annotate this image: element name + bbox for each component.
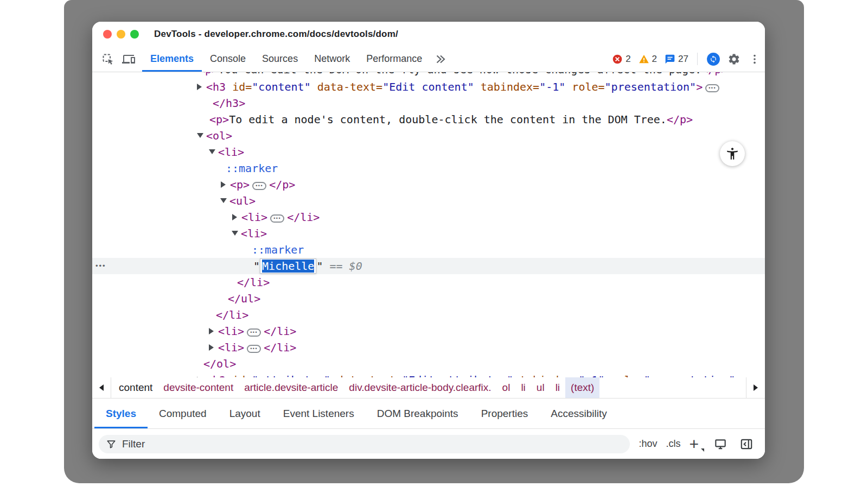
tab-properties[interactable]: Properties: [470, 399, 540, 428]
breadcrumb-scroll-left-icon[interactable]: [92, 377, 111, 398]
breadcrumb-item-content[interactable]: content: [113, 377, 158, 398]
breadcrumb-list: contentdevsite-contentarticle.devsite-ar…: [111, 377, 599, 398]
code-token: "Edit attributes": [402, 374, 513, 377]
dom-tree-line[interactable]: </ol>: [92, 356, 765, 372]
close-window-button[interactable]: [103, 30, 112, 39]
dom-tree-line[interactable]: <p>You can edit the DOM on the fly and s…: [92, 72, 765, 78]
dom-tree-line[interactable]: <p>•••</p>: [92, 176, 765, 193]
dom-tree-line[interactable]: ::marker: [92, 160, 765, 176]
breadcrumb-item-ul[interactable]: ul: [531, 377, 550, 398]
breadcrumb-item-li[interactable]: li: [515, 377, 531, 398]
monitor-icon[interactable]: [712, 435, 729, 453]
expand-arrow-icon[interactable]: [197, 79, 206, 95]
expand-arrow-icon[interactable]: [232, 209, 241, 225]
collapse-arrow-icon[interactable]: [209, 144, 218, 160]
tab-layout[interactable]: Layout: [218, 399, 272, 428]
more-actions-icon[interactable]: •••: [95, 258, 106, 274]
accessibility-floating-button[interactable]: [720, 141, 745, 166]
expand-arrow-icon[interactable]: [209, 323, 218, 339]
dom-tree-line[interactable]: </li>: [92, 274, 765, 290]
breadcrumb-scroll-right-icon[interactable]: [746, 377, 765, 398]
selected-text: Michelle: [262, 260, 314, 273]
tab-event-listeners[interactable]: Event Listeners: [272, 399, 366, 428]
collapse-arrow-icon[interactable]: [197, 128, 206, 144]
tab-network[interactable]: Network: [306, 46, 358, 72]
dom-tree-line[interactable]: <p>To edit a node's content, double-clic…: [92, 111, 765, 128]
toolbar-spacer: [451, 46, 604, 72]
code-token: <p>: [209, 113, 229, 126]
kebab-icon-svg: [749, 53, 761, 65]
inline-expand-button[interactable]: •••: [247, 328, 261, 337]
expand-arrow-icon[interactable]: [209, 339, 218, 356]
gear-icon-svg: [727, 53, 741, 66]
warning-badge[interactable]: 2: [639, 46, 657, 72]
dom-tree-line[interactable]: <li>•••</li>: [92, 339, 765, 356]
selected-text-node-row[interactable]: •••"Michelle" == $0: [92, 258, 765, 274]
code-token: ": [253, 260, 260, 273]
code-token: id=: [232, 80, 252, 93]
text-edit-box[interactable]: Michelle: [260, 258, 316, 274]
collapse-arrow-icon[interactable]: [220, 193, 229, 209]
filter-input[interactable]: Filter: [99, 435, 630, 453]
new-style-rule-button[interactable]: +: [689, 439, 703, 450]
dom-tree-line[interactable]: </h3>: [92, 95, 765, 111]
dom-tree: <p>You can edit the DOM on the fly and s…: [92, 72, 765, 377]
tab-dom-breakpoints[interactable]: DOM Breakpoints: [366, 399, 470, 428]
window-title: DevTools - developer.chrome.com/docs/dev…: [154, 29, 398, 40]
dom-tree-line[interactable]: </li>: [92, 307, 765, 323]
code-token: </li>: [216, 308, 248, 321]
kebab-menu-icon[interactable]: [744, 46, 765, 72]
minimize-window-button[interactable]: [117, 30, 125, 39]
tab-console[interactable]: Console: [202, 46, 254, 72]
tab-sources[interactable]: Sources: [254, 46, 306, 72]
inline-expand-button[interactable]: •••: [270, 214, 284, 223]
breadcrumb-item-text[interactable]: (text): [565, 377, 599, 398]
inspect-icon[interactable]: [98, 46, 118, 72]
settings-gear-icon[interactable]: [724, 46, 744, 72]
zoom-window-button[interactable]: [130, 30, 139, 39]
error-badge[interactable]: 2: [612, 46, 630, 72]
toggle-element-state-button[interactable]: :hov: [639, 438, 657, 450]
code-token: $0: [349, 260, 362, 273]
device-toolbar-icon-svg: [122, 53, 135, 66]
breadcrumb-item-li[interactable]: li: [550, 377, 565, 398]
error-icon: [612, 54, 623, 65]
expand-arrow-icon[interactable]: [221, 176, 230, 193]
dom-tree-line[interactable]: <li>: [92, 144, 765, 160]
tab-accessibility[interactable]: Accessibility: [539, 399, 618, 428]
expand-arrow-icon[interactable]: [197, 372, 206, 377]
code-token: ::marker: [252, 243, 304, 256]
element-classes-button[interactable]: .cls: [666, 438, 680, 450]
more-tabs-icon[interactable]: [430, 46, 451, 72]
dom-tree-line[interactable]: <ol>: [92, 128, 765, 144]
breadcrumb-item-article-devsite-article[interactable]: article.devsite-article: [239, 377, 343, 398]
dom-tree-line[interactable]: </ul>: [92, 290, 765, 307]
device-toolbar-icon[interactable]: [118, 46, 139, 72]
breadcrumb-item-ol[interactable]: ol: [497, 377, 516, 398]
code-token: "presentation": [644, 374, 736, 377]
inline-expand-button[interactable]: •••: [705, 84, 719, 92]
tab-elements[interactable]: Elements: [142, 46, 202, 72]
dom-tree-line[interactable]: <ul>: [92, 193, 765, 209]
code-token: </li>: [287, 211, 320, 224]
dom-tree-line[interactable]: <li>•••</li>: [92, 323, 765, 339]
tab-computed[interactable]: Computed: [148, 399, 218, 428]
tab-styles[interactable]: Styles: [94, 399, 148, 428]
code-token: [330, 374, 337, 377]
breadcrumb-item-devsite-content[interactable]: devsite-content: [158, 377, 239, 398]
dom-tree-line[interactable]: <h3 id="content" data-text="Edit content…: [92, 79, 765, 95]
tab-performance[interactable]: Performance: [358, 46, 430, 72]
dom-tree-line[interactable]: <li>•••</li>: [92, 209, 765, 225]
sync-icon[interactable]: [703, 46, 724, 72]
inline-expand-button[interactable]: •••: [252, 182, 266, 190]
code-token: role=: [572, 80, 604, 93]
sidebar-toggle-icon[interactable]: [738, 435, 755, 453]
devtools-toolbar: ElementsConsoleSourcesNetworkPerformance…: [92, 46, 765, 72]
breadcrumb-item-div-devsite-article-body-clearfix[interactable]: div.devsite-article-body.clearfix.: [343, 377, 496, 398]
inline-expand-button[interactable]: •••: [247, 345, 261, 353]
dom-tree-line[interactable]: ::marker: [92, 242, 765, 258]
dom-tree-line[interactable]: <li>: [92, 225, 765, 242]
dom-tree-line[interactable]: <h3 id="attributes" data-text="Edit attr…: [92, 372, 765, 377]
issues-badge[interactable]: 27: [665, 46, 688, 72]
collapse-arrow-icon[interactable]: [232, 225, 241, 242]
